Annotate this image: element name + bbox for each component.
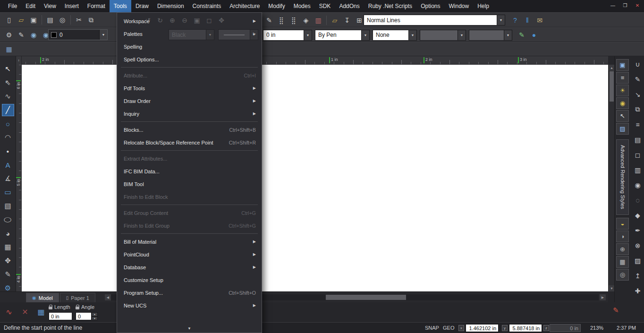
zoom-extents-icon[interactable]: ◻ (203, 15, 215, 26)
menu-item-blocks[interactable]: Blocks...Ctrl+Shift+B (117, 123, 262, 136)
menubar-item-architecture[interactable]: Architecture (225, 0, 264, 12)
grid-toggle-icon[interactable]: ▦ (3, 43, 15, 55)
menu-item-customize-setup[interactable]: Customize Setup (117, 273, 262, 286)
dash-style-combo[interactable]: ▼ (218, 29, 258, 40)
y-coordinate-field[interactable]: 5.887418 in (509, 324, 542, 332)
snap-point-icon[interactable]: ◈ (300, 15, 312, 26)
pan-icon[interactable]: ✥ (216, 15, 227, 26)
print-preview-icon[interactable]: ◎ (57, 14, 68, 26)
dropdown-arrow-icon[interactable]: ▼ (304, 30, 312, 40)
menubar-item-ruby-net-scripts[interactable]: Ruby .Net Scripts (364, 0, 416, 12)
menu-item-bim-tool[interactable]: BIM Tool (117, 178, 262, 190)
line-tool[interactable]: ╱ (2, 104, 14, 116)
menubar-item-modify[interactable]: Modify (264, 0, 289, 12)
add-light-icon[interactable]: ⊕ (616, 243, 629, 255)
layers-icon[interactable]: ≡ (616, 72, 629, 84)
vertical-scrollbar[interactable]: ▲ ▼ (608, 65, 614, 291)
line-style-combo[interactable]: Normal Lines ▼ (364, 15, 505, 26)
redo-view-icon[interactable]: ↻ (154, 15, 166, 26)
offset-icon[interactable]: ↘ (632, 88, 644, 100)
minimize-button[interactable]: — (607, 1, 619, 10)
mail-icon[interactable]: ✉ (534, 15, 545, 26)
pen-tool[interactable]: ✎ (2, 268, 14, 281)
rectangle-tool[interactable]: ▭ (2, 186, 14, 198)
target-icon[interactable]: ◉ (632, 179, 644, 191)
sketch-history-icon[interactable]: ∿ (3, 306, 15, 317)
copy-icon[interactable]: ⧉ (85, 14, 97, 26)
list-icon[interactable]: ≡ (632, 119, 644, 130)
dropdown-arrow-icon[interactable]: ▼ (206, 30, 214, 40)
lock-icon[interactable] (49, 307, 52, 309)
selection-info-table-icon[interactable]: ▦ (35, 306, 47, 317)
render-sphere-icon[interactable]: ◒ (616, 218, 629, 230)
tab-paper-1[interactable]: ▯Paper 1 (60, 293, 95, 303)
text-tool[interactable]: A (2, 159, 14, 171)
menubar-item-modes[interactable]: Modes (289, 0, 315, 12)
circle-icon[interactable]: ◌ (632, 194, 644, 206)
reference-columns-icon[interactable]: ‖ (522, 15, 533, 26)
zoom-out-icon[interactable]: ⊖ (179, 15, 190, 26)
snap-toggle[interactable]: SNAP (425, 325, 439, 331)
line-style-combo-value[interactable]: Normal Lines (364, 15, 497, 25)
menu-item-pointcloud[interactable]: PointCloud▶ (117, 248, 262, 261)
menubar-item-options[interactable]: Options (416, 0, 444, 12)
clip-icon[interactable]: ∪ (632, 58, 644, 70)
menu-item-relocate-block-space-reference-point[interactable]: Relocate Block/Space Reference PointCtrl… (117, 136, 262, 149)
menu-item-new-ucs[interactable]: New UCS▶ (117, 299, 262, 312)
x-coordinate-field[interactable]: 1.462102 in (466, 324, 499, 332)
zoom-level[interactable]: 213% (590, 325, 603, 331)
hatch-tool[interactable]: ▦ (2, 241, 14, 253)
shade-icon[interactable]: ◑ (616, 231, 629, 242)
menubar-item-sdk[interactable]: SDK (315, 0, 335, 12)
line-width-combo-value[interactable]: 0 in (263, 30, 304, 40)
export-icon[interactable]: ↧ (341, 15, 353, 26)
menubar-item-constraints[interactable]: Constraints (188, 0, 226, 12)
menu-item-database[interactable]: Database▶ (117, 261, 262, 273)
menubar-item-format[interactable]: Format (83, 0, 110, 12)
menu-item-ifc-bim-data[interactable]: IFC BIM Data... (117, 165, 262, 178)
panel-icon[interactable]: ▥ (632, 164, 644, 176)
menubar-item-help[interactable]: Help (473, 0, 493, 12)
select-tool[interactable]: ↖ (2, 63, 14, 75)
menubar-item-insert[interactable]: Insert (60, 0, 83, 12)
angle-field[interactable]: 0 (76, 312, 92, 320)
dash-style-combo-value[interactable] (219, 30, 250, 40)
menubar-item-addons[interactable]: AddOns (335, 0, 364, 12)
close-button[interactable]: ✕ (632, 1, 643, 10)
line-width-combo[interactable]: 0 in▼ (263, 30, 312, 41)
menu-item-pdf-tools[interactable]: Pdf Tools▶ (117, 82, 262, 94)
pen-color-combo-value[interactable]: Black (169, 30, 206, 40)
light-icon[interactable]: ◉ (616, 97, 629, 109)
dropdown-arrow-icon[interactable]: ▼ (250, 30, 258, 40)
grid-style-icon[interactable]: ▦ (616, 256, 629, 268)
horizontal-scrollbar-thumb[interactable] (326, 295, 406, 300)
dropdown-arrow-icon[interactable]: ▼ (361, 30, 369, 40)
spin-down-icon[interactable]: ▼ (92, 316, 98, 321)
menu-item-spelling[interactable]: Spelling (117, 40, 262, 53)
table-icon[interactable]: ▤ (632, 134, 644, 145)
menubar-item-edit[interactable]: Edit (21, 0, 40, 12)
erase-icon[interactable]: ⊗ (632, 239, 644, 251)
menu-item-bill-of-material[interactable]: Bill of Material▶ (117, 235, 262, 248)
disabled-combo-2[interactable]: ▼ (469, 30, 512, 41)
menu-item-inquiry[interactable]: Inquiry▶ (117, 107, 262, 120)
menubar-item-file[interactable]: File (4, 0, 21, 12)
pencil-icon[interactable]: ✎ (632, 73, 644, 85)
dropdown-arrow-icon[interactable]: ▼ (408, 30, 416, 40)
menubar-item-tools[interactable]: Tools (110, 0, 131, 12)
lock-icon[interactable] (76, 307, 79, 309)
print-icon[interactable]: ▤ (44, 14, 56, 26)
format-painter-icon[interactable]: ✎ (516, 29, 527, 41)
settings-gear-icon[interactable]: ⚙ (3, 29, 15, 41)
extract-icon[interactable]: ↥ (632, 270, 644, 282)
camera-icon[interactable]: ▣ (616, 59, 629, 71)
hatch-icon[interactable]: ▨ (632, 255, 644, 266)
sketch-icon[interactable]: ✎ (263, 15, 275, 26)
scroll-left-icon[interactable]: ◀ (105, 294, 111, 300)
style-pen-icon[interactable]: ✎ (16, 29, 27, 41)
sun-icon[interactable]: ☀ (616, 85, 629, 96)
disabled-combo-1[interactable]: ▼ (420, 30, 466, 41)
zoom-in-icon[interactable]: ⊕ (167, 15, 178, 26)
box-3d-tool[interactable]: ▧ (2, 200, 14, 212)
move-tool[interactable]: ✥ (2, 255, 14, 267)
